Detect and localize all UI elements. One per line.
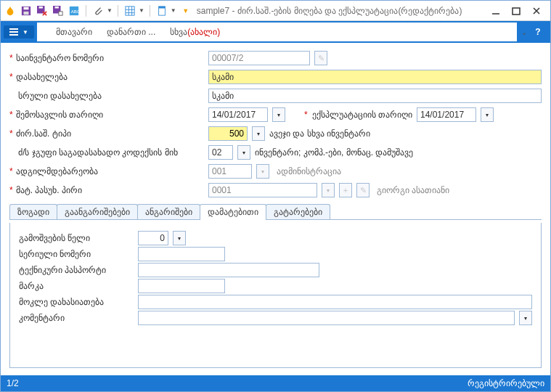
- year-dropdown[interactable]: ▾: [173, 231, 186, 245]
- svg-rect-1: [24, 7, 29, 9]
- menu-main[interactable]: მთავარი: [56, 27, 92, 37]
- label-location: ადგილმდებარეობა: [16, 166, 98, 176]
- label-full-name: სრული დასახელება: [18, 91, 102, 101]
- input-brand[interactable]: [138, 279, 225, 293]
- label-year: გამოშვების წელი: [19, 233, 135, 243]
- input-income-date[interactable]: [208, 107, 268, 122]
- input-comment[interactable]: [138, 311, 515, 325]
- minimize-button[interactable]: [489, 4, 502, 17]
- location-desc: ადმინისტრაცია: [277, 166, 341, 176]
- input-resp-code: [208, 183, 317, 197]
- input-serial[interactable]: [138, 247, 225, 261]
- label-type: ძირ.საშ. ტიპი: [16, 128, 71, 139]
- input-passport[interactable]: [138, 263, 319, 277]
- edit-inv-no-button: ✎: [314, 51, 327, 65]
- location-dropdown: ▾: [256, 164, 269, 179]
- resp-edit-button: ✎: [356, 183, 370, 197]
- resp-dropdown: ▾: [322, 183, 335, 197]
- tab-additional-body: გამოშვების წელი ▾ სერიული ნომერი ტექნიკუ…: [9, 223, 542, 368]
- label-income-date: შემოსავლის თარიღი: [16, 110, 103, 120]
- tab-general[interactable]: ზოგადი: [9, 204, 57, 219]
- label-inv-no: საინვენტარო ნომერი: [16, 53, 104, 63]
- label-name: დასახელება: [16, 72, 68, 82]
- tax-group-dropdown[interactable]: ▾: [237, 145, 250, 160]
- app-icon: [4, 4, 17, 17]
- attach-icon[interactable]: [91, 4, 105, 17]
- label-serial: სერიული ნომერი: [19, 249, 135, 259]
- status-state: რეგისტრირებული: [468, 378, 544, 388]
- input-inv-no: [208, 51, 310, 65]
- svg-rect-16: [158, 6, 165, 8]
- tab-additional[interactable]: დამატებითი: [200, 204, 266, 219]
- save-close-icon[interactable]: [36, 4, 49, 17]
- label-comment: კომენტარი: [19, 313, 135, 323]
- chevron-down-icon[interactable]: ⌄: [521, 28, 527, 36]
- label-brand: მარკა: [19, 281, 135, 291]
- save-new-icon[interactable]: [52, 4, 65, 17]
- input-tax-group-code[interactable]: [208, 145, 233, 160]
- income-date-picker[interactable]: ▾: [272, 107, 285, 122]
- input-type-code[interactable]: [208, 126, 248, 141]
- page-icon[interactable]: [155, 4, 168, 17]
- label-resp-person: მატ. პასუხ. პირი: [16, 185, 82, 195]
- tab-accounts[interactable]: ანგარიშები: [137, 204, 200, 219]
- svg-rect-10: [126, 6, 134, 15]
- save-icon[interactable]: [20, 4, 33, 17]
- help-button[interactable]: ?: [531, 25, 544, 38]
- svg-rect-18: [513, 8, 520, 15]
- title-bar: ABC ▼ ▼ ▼ ▼ sample7 - ძირ.საშ.-ების მიღე…: [1, 1, 550, 21]
- input-full-name[interactable]: [208, 89, 542, 103]
- tab-accountings[interactable]: გაანგარიშებები: [57, 204, 138, 219]
- grid-icon[interactable]: [123, 4, 136, 17]
- tab-strip: ზოგადი გაანგარიშებები ანგარიშები დამატებ…: [9, 204, 542, 220]
- input-year[interactable]: [138, 231, 168, 245]
- comment-expand[interactable]: ▾: [519, 311, 532, 325]
- input-short[interactable]: [138, 295, 532, 309]
- svg-rect-4: [39, 6, 43, 8]
- tax-group-desc: ინვენტარი; კომპ.-ები, მონაც. დამუშავე: [255, 147, 413, 158]
- type-dropdown[interactable]: ▾: [252, 126, 265, 141]
- input-exploit-date[interactable]: [417, 107, 476, 122]
- label-passport: ტექნიკური პასპორტი: [19, 265, 135, 275]
- exploit-date-picker[interactable]: ▾: [481, 107, 494, 122]
- label-exploit-date: ექსპლუატაციის თარიღი: [312, 110, 412, 120]
- svg-rect-2: [24, 11, 29, 14]
- dropdown-marker-icon[interactable]: ▼: [179, 4, 192, 17]
- resp-desc: გიორგი ასათიანი: [377, 185, 449, 195]
- label-tax-group: ძ/ს ჯგუფი საგადასახადო კოდექსის მიხ: [18, 147, 178, 158]
- menu-bar: ▼ მთავარი დანართი ... სხვა(ახალი) ⌄ ?: [1, 21, 550, 43]
- menu-other[interactable]: სხვა(ახალი): [170, 27, 220, 37]
- close-button[interactable]: [530, 4, 543, 17]
- menu-attach[interactable]: დანართი ...: [107, 27, 155, 37]
- svg-rect-6: [55, 6, 59, 8]
- menu-anchor-button[interactable]: ▼: [4, 25, 34, 38]
- maximize-button[interactable]: [510, 4, 523, 17]
- window-title: sample7 - ძირ.საშ.-ების მიღება და ექსპლუ…: [197, 6, 489, 16]
- input-name[interactable]: [208, 70, 542, 84]
- svg-text:ABC: ABC: [71, 8, 79, 13]
- status-bar: 1/2 რეგისტრირებული: [1, 375, 550, 391]
- abc-icon[interactable]: ABC: [68, 4, 81, 17]
- tab-moves[interactable]: გატარებები: [266, 204, 330, 219]
- input-location-code: [208, 164, 252, 179]
- resp-add-button: +: [339, 183, 352, 197]
- svg-rect-7: [59, 11, 62, 15]
- label-short: მოკლე დახასიათება: [19, 297, 135, 307]
- status-page: 1/2: [7, 378, 19, 388]
- type-desc: ავეჯი და სხვა ინვენტარი: [269, 128, 370, 139]
